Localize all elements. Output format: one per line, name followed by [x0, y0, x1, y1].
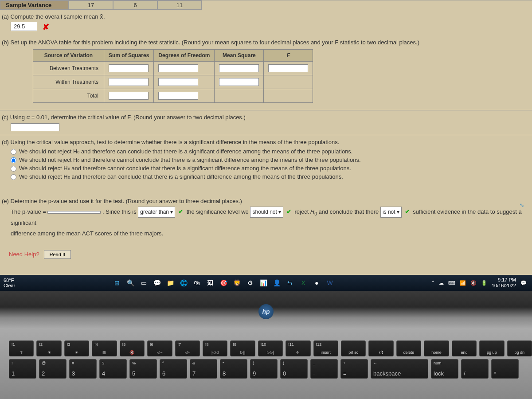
anova-input-3-1[interactable]: [109, 92, 149, 100]
part-c-prompt: Using α = 0.01, determine the critical v…: [10, 114, 246, 121]
notifications-icon[interactable]: 💬: [520, 280, 527, 286]
anova-h1: Source of Variation: [33, 49, 104, 61]
radio-d-4[interactable]: [11, 174, 16, 180]
key-4: $4: [99, 359, 127, 379]
key-=: +=: [340, 359, 368, 379]
part-a-label: (a): [2, 13, 9, 20]
app-icon-1[interactable]: 🎯: [219, 278, 228, 287]
need-help-label: Need Help?: [9, 251, 39, 258]
key-lock: numlock: [431, 359, 458, 379]
key-1: !1: [9, 359, 36, 379]
key-⊞: f4⊞: [92, 340, 117, 356]
lang-icon[interactable]: ⌨: [448, 280, 455, 286]
search-icon[interactable]: 🔍: [126, 278, 135, 287]
key--: _-: [310, 359, 338, 379]
key-▷||: f9▷||: [230, 340, 255, 356]
app-icon-5[interactable]: ●: [312, 278, 321, 287]
check-icon-2: ✔: [286, 208, 292, 215]
excel-icon[interactable]: X: [299, 278, 308, 287]
anova-input-2-1[interactable]: [109, 78, 149, 86]
chat-icon[interactable]: 💬: [153, 278, 161, 287]
variance-cell-3: 11: [157, 0, 202, 10]
key-6: ^6: [160, 359, 187, 379]
key-7: &7: [190, 359, 217, 379]
anova-r2: Within Treatments: [33, 75, 104, 89]
pvalue-prefix: The p-value =: [11, 208, 46, 215]
check-icon-3: ✔: [405, 208, 410, 215]
weather-widget[interactable]: 68°F Clear: [0, 278, 15, 288]
mean-input[interactable]: 29.5: [11, 22, 37, 31]
anova-input-1-1[interactable]: [109, 64, 149, 72]
isnot-select[interactable]: is not ▾: [380, 207, 402, 218]
key-⏻: ⏻: [368, 340, 393, 356]
app-icon-2[interactable]: 📊: [259, 278, 268, 287]
anova-input-2-2[interactable]: [158, 78, 198, 86]
volume-icon[interactable]: 🔇: [470, 280, 477, 286]
weather-temp: 68°F: [4, 278, 15, 283]
anova-h2: Sum of Squares: [104, 49, 154, 61]
brave-icon[interactable]: 🦁: [232, 278, 241, 287]
key-prt sc: prt sc: [341, 340, 366, 356]
photos-icon[interactable]: 🖼: [206, 278, 215, 287]
edge-icon[interactable]: 🌐: [179, 278, 188, 287]
start-icon[interactable]: ⊞: [113, 278, 121, 287]
sample-variance-label: Sample Variance: [0, 0, 69, 10]
weather-desc: Clear: [4, 283, 15, 288]
anova-h3: Degrees of Freedom: [154, 49, 215, 61]
compare-select[interactable]: greater than ▾: [138, 207, 175, 218]
key-backspace: ←backspace: [371, 359, 428, 379]
part-e: (e) Determine the p-value and use it for…: [0, 194, 532, 242]
windows-taskbar[interactable]: 68°F Clear ⊞ 🔍 ▭ 💬 📁 🌐 🛍 🖼 🎯 🦁 ⚙ 📊 👤 ⇆ X…: [0, 275, 532, 291]
resize-handle-icon[interactable]: ⤡: [520, 202, 524, 208]
key-*: *: [491, 359, 519, 379]
key-☀: f3☀: [64, 340, 89, 356]
should-select[interactable]: should not ▾: [250, 207, 283, 218]
anova-table: Source of Variation Sum of Squares Degre…: [33, 49, 313, 103]
part-b-label: (b): [2, 39, 9, 46]
settings-icon[interactable]: ⚙: [246, 278, 254, 287]
part-b: (b) Set up the ANOVA table for this prob…: [0, 35, 532, 110]
clock[interactable]: 9:17 PM 10/16/2022: [492, 277, 516, 289]
key-▷▷|: f10▷▷|: [258, 340, 283, 356]
anova-input-3-2[interactable]: [158, 92, 198, 100]
key-🔇: f5🔇: [120, 340, 145, 356]
part-d-options: We should not reject H₀ and therefore ca…: [11, 148, 530, 180]
tray-chevron-icon[interactable]: ˄: [432, 280, 434, 286]
anova-input-1-4[interactable]: [268, 64, 308, 72]
key-☀: f2☀: [36, 340, 61, 356]
critical-value-input[interactable]: [11, 123, 59, 131]
part-c: (c) Using α = 0.01, determine the critic…: [0, 110, 532, 135]
onedrive-icon[interactable]: ☁: [439, 280, 444, 286]
pvalue-input[interactable]: [47, 211, 101, 214]
sample-variance-row: Sample Variance 17 6 11: [0, 0, 532, 10]
anova-h4: Mean Square: [215, 49, 264, 61]
store-icon[interactable]: 🛍: [192, 278, 201, 287]
date-text: 10/16/2022: [492, 283, 516, 289]
taskview-icon[interactable]: ▭: [139, 278, 148, 287]
check-icon-1: ✔: [178, 208, 184, 215]
part-a: (a) Compute the overall sample mean x̄. …: [0, 10, 532, 35]
key-◁−: f6◁−: [147, 340, 172, 356]
word-icon[interactable]: W: [325, 278, 334, 287]
anova-input-1-2[interactable]: [158, 64, 198, 72]
part-d-prompt: Using the critical value approach, test …: [11, 139, 340, 145]
battery-icon[interactable]: 🔋: [481, 280, 487, 286]
time-text: 9:17 PM: [492, 277, 516, 283]
wifi-icon[interactable]: 📶: [460, 280, 466, 286]
since-text: . Since this is: [102, 208, 137, 215]
opt-d-4: We should reject H₀ and therefore can co…: [19, 173, 343, 180]
radio-d-2[interactable]: [11, 157, 16, 163]
hp-logo: hp: [258, 304, 274, 319]
anova-input-1-3[interactable]: [219, 64, 259, 72]
key-insert: f12insert: [313, 340, 338, 356]
app-icon-3[interactable]: 👤: [272, 278, 281, 287]
laptop-body: hp f1?f2☀f3☀f4⊞f5🔇f6◁−f7◁+f8|◁◁f9▷||f10▷…: [0, 291, 532, 399]
explorer-icon[interactable]: 📁: [166, 278, 175, 287]
read-it-button[interactable]: Read It: [44, 250, 71, 259]
app-icon-4[interactable]: ⇆: [286, 278, 294, 287]
anova-input-2-3[interactable]: [219, 78, 259, 86]
key-?: f1?: [9, 340, 34, 356]
radio-d-1[interactable]: [11, 149, 16, 155]
key-end: end: [452, 340, 477, 356]
radio-d-3[interactable]: [11, 166, 16, 172]
